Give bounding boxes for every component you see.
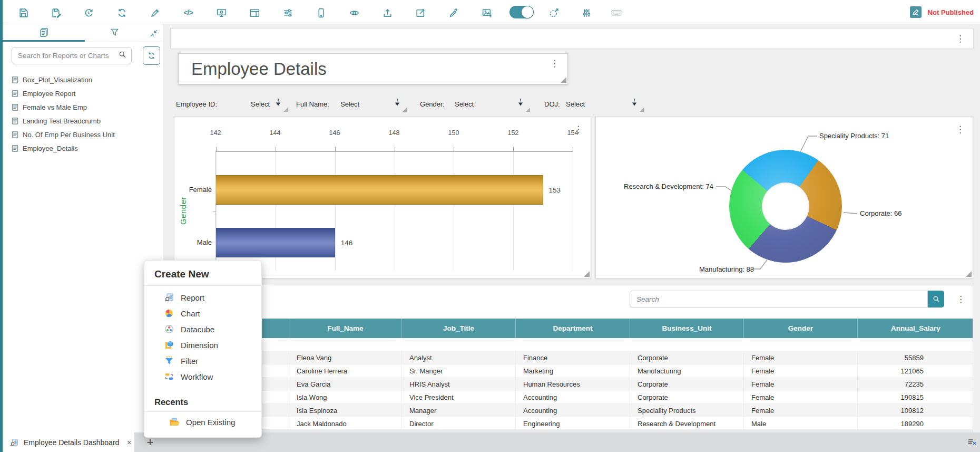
chart-menu-icon[interactable]: ⋮ [956, 125, 965, 134]
filter-label: Gender: [420, 100, 445, 108]
tab-filters[interactable] [85, 24, 144, 42]
gender-bar-chart[interactable]: ⋮ 142144146148150152154 Female 153 Male … [174, 116, 591, 278]
resize-handle[interactable] [526, 108, 530, 112]
present-icon[interactable] [214, 6, 228, 20]
tab-reports[interactable] [3, 24, 85, 42]
close-tab-icon[interactable]: × [127, 438, 131, 447]
table-header-cell[interactable]: Annual_Salary [857, 319, 973, 338]
sidebar-search [12, 47, 132, 64]
axis-tick [513, 147, 514, 152]
table-cell: 109812 [857, 404, 973, 417]
resize-handle[interactable] [966, 271, 972, 277]
menu-item-chart[interactable]: Chart [144, 305, 261, 321]
report-list-item[interactable]: Landing Test Breadcrumb [3, 114, 163, 128]
bar-xticks: 142144146148150152154 [215, 129, 573, 138]
filter-value-dropdown[interactable]: Select [455, 100, 474, 108]
table-header-cell[interactable]: Gender [743, 319, 857, 338]
resize-handle[interactable] [584, 271, 590, 277]
folder-icon [169, 417, 180, 428]
table-row[interactable]: Eva GarciaHRIS AnalystHuman ResourcesCor… [174, 378, 973, 391]
search-icon[interactable] [118, 50, 127, 61]
bar-male[interactable] [216, 228, 335, 257]
table-row[interactable]: Jack MaldonadoDirectorEngineeringResearc… [174, 417, 973, 430]
table-search-button[interactable] [928, 291, 944, 307]
bar-row-male[interactable]: Male 146 [216, 228, 573, 257]
filter-value-dropdown[interactable]: Select [340, 100, 359, 108]
filter-value-dropdown[interactable]: Select [566, 100, 585, 108]
bar-female[interactable] [216, 175, 543, 205]
history-icon[interactable] [82, 6, 95, 20]
resize-handle[interactable] [403, 108, 407, 112]
report-list-item[interactable]: Box_Plot_Visualization [3, 73, 163, 86]
table-menu-icon[interactable]: ⋮ [956, 295, 965, 304]
report-list-item[interactable]: Employee Report [3, 86, 163, 100]
table-header-row: Full_Name Job_Title Department Business_… [174, 319, 973, 338]
table-cell: Female [743, 404, 857, 417]
business-unit-donut-chart[interactable]: ⋮ Speciality Products: 71 Research & Dev… [595, 116, 973, 278]
dropdown-arrow-icon[interactable] [517, 98, 524, 109]
export-icon[interactable] [380, 6, 394, 20]
refresh-icon[interactable] [115, 6, 129, 20]
report-list-item[interactable]: No. Of Emp Per Business Unit [3, 128, 163, 141]
table-cell: 55859 [857, 351, 973, 364]
category-label: Female [172, 175, 212, 205]
table-cell: Jack Maldonado [289, 417, 401, 430]
title-widget[interactable]: Employee Details ⋮ [178, 53, 568, 84]
parameters-icon[interactable] [580, 6, 593, 20]
resize-handle[interactable] [561, 77, 566, 83]
share-icon[interactable] [547, 6, 561, 20]
publish-icon[interactable] [910, 6, 922, 18]
table-header-cell[interactable]: Business_Unit [630, 319, 743, 338]
settings-sliders-icon[interactable] [281, 6, 295, 20]
category-label: Male [172, 228, 212, 257]
dropdown-arrow-icon[interactable] [275, 98, 281, 109]
bar-row-female[interactable]: Female 153 [216, 175, 573, 205]
menu-item-dimension[interactable]: Dimension [144, 337, 261, 353]
table-header-cell[interactable]: Department [515, 319, 630, 338]
live-toggle[interactable] [509, 6, 534, 18]
add-image-icon[interactable] [480, 6, 494, 20]
resize-handle[interactable] [283, 108, 288, 112]
preview-icon[interactable] [347, 6, 361, 20]
table-row[interactable]: Elena VangAnalystFinanceCorporateFemale5… [174, 351, 973, 364]
code-view-icon[interactable]: </> [181, 6, 195, 20]
menu-item-open-existing[interactable]: Open Existing [144, 412, 261, 432]
dropdown-arrow-icon[interactable] [394, 98, 400, 109]
save-icon[interactable] [16, 6, 30, 20]
axis-tick [213, 211, 216, 212]
table-header-cell[interactable]: Job_Title [401, 319, 515, 338]
filter-value-dropdown[interactable]: Select [251, 100, 270, 108]
code-glyph: </> [183, 8, 192, 17]
menu-item-datacube[interactable]: Datacube [144, 321, 261, 337]
menu-item-report[interactable]: Report [144, 290, 261, 305]
dropdown-arrow-icon[interactable] [631, 98, 638, 109]
collapse-panel-icon[interactable] [149, 28, 159, 40]
employee-table-widget: ⋮ Full_Name Job_Title Department Busines… [174, 285, 973, 432]
dashboard-tab[interactable]: Employee Details Dashboard × [3, 432, 134, 452]
save-as-icon[interactable] [49, 6, 63, 20]
sidebar-refresh-button[interactable] [143, 46, 160, 65]
report-list-item[interactable]: Employee_Details [3, 141, 163, 155]
menu-item-workflow[interactable]: Workflow [144, 369, 261, 384]
table-row[interactable]: Caroline HerreraSr. MangerMarketingManuf… [174, 364, 973, 378]
table-row[interactable]: Isla EspinozaManagerAccountingSpeciality… [174, 404, 973, 417]
layout-icon[interactable] [248, 6, 261, 20]
table-row[interactable]: Isla WongVice PresidentAccountingCorpora… [174, 391, 973, 404]
resize-handle[interactable] [640, 108, 644, 112]
menu-item-filter[interactable]: Filter [144, 353, 261, 369]
compose-icon[interactable] [414, 6, 427, 20]
table-search-input[interactable] [630, 291, 928, 307]
mobile-preview-icon[interactable] [314, 6, 328, 20]
rename-icon[interactable] [148, 6, 162, 20]
table-header-cell[interactable]: Full_Name [289, 319, 401, 338]
list-export-icon[interactable] [967, 437, 976, 448]
table-cell: Finance [515, 351, 630, 364]
title-menu-icon[interactable]: ⋮ [550, 59, 559, 68]
style-picker-icon[interactable] [447, 6, 460, 20]
sidebar-search-input[interactable] [18, 52, 118, 60]
create-new-menu: Create New Report Chart Datacube Dimensi… [144, 260, 262, 438]
table-cell: Accounting [515, 404, 630, 417]
publish-status: Not Published [910, 6, 974, 18]
breadcrumb-menu-icon[interactable]: ⋮ [956, 34, 965, 43]
report-list-item[interactable]: Female vs Male Emp [3, 100, 163, 114]
